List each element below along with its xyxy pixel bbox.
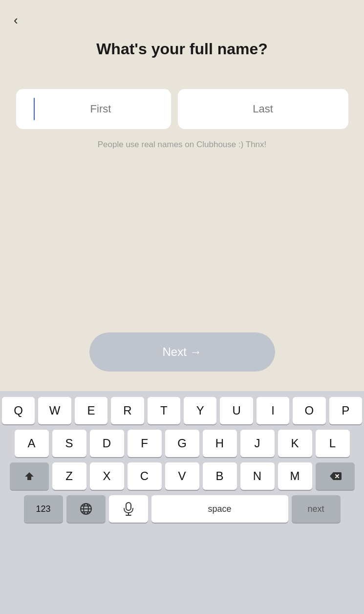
key-x[interactable]: X	[90, 462, 124, 490]
keyboard-next-key[interactable]: next	[292, 495, 341, 523]
key-s[interactable]: S	[52, 430, 86, 457]
key-a[interactable]: A	[15, 430, 49, 457]
cursor-indicator	[34, 98, 35, 120]
key-u[interactable]: U	[220, 397, 253, 424]
first-name-input[interactable]	[16, 89, 171, 129]
key-g[interactable]: G	[165, 430, 199, 457]
key-h[interactable]: H	[203, 430, 237, 457]
key-v[interactable]: V	[165, 462, 199, 490]
globe-icon	[79, 502, 93, 516]
delete-icon	[329, 471, 342, 481]
key-m[interactable]: M	[278, 462, 312, 490]
globe-key[interactable]	[66, 495, 106, 523]
key-y[interactable]: Y	[184, 397, 216, 424]
key-t[interactable]: T	[148, 397, 180, 424]
back-button[interactable]: ‹	[14, 14, 18, 26]
form-area: ‹ What's your full name? People use real…	[0, 0, 364, 391]
next-button[interactable]: Next →	[89, 332, 275, 372]
key-i[interactable]: I	[257, 397, 289, 424]
last-name-input[interactable]	[178, 89, 348, 129]
key-f[interactable]: F	[128, 430, 162, 457]
delete-key[interactable]	[316, 462, 355, 490]
keyboard-row-4: 123 space next	[2, 495, 362, 523]
svg-rect-5	[126, 503, 131, 510]
keyboard-row-3: Z X C V B N M	[2, 462, 362, 490]
key-e[interactable]: E	[75, 397, 107, 424]
keyboard-row-2: A S D F G H J K L	[2, 430, 362, 457]
key-n[interactable]: N	[240, 462, 275, 490]
key-k[interactable]: K	[278, 430, 312, 457]
key-q[interactable]: Q	[2, 397, 35, 424]
keyboard-next-label: next	[307, 504, 324, 514]
first-input-wrapper[interactable]	[16, 89, 171, 129]
key-r[interactable]: R	[111, 397, 144, 424]
mic-icon	[123, 502, 134, 516]
next-button-label: Next →	[162, 345, 201, 359]
shift-icon	[23, 470, 35, 482]
name-inputs	[16, 89, 348, 129]
key-j[interactable]: J	[240, 430, 275, 457]
key-l[interactable]: L	[316, 430, 350, 457]
hint-text: People use real names on Clubhouse :) Th…	[98, 140, 267, 150]
keyboard-row-1: Q W E R T Y U I O P	[2, 397, 362, 424]
space-key-label: space	[208, 504, 231, 514]
key-p[interactable]: P	[329, 397, 362, 424]
space-key[interactable]: space	[151, 495, 288, 523]
key-c[interactable]: C	[128, 462, 162, 490]
mic-key[interactable]	[109, 495, 148, 523]
key-z[interactable]: Z	[52, 462, 86, 490]
key-w[interactable]: W	[38, 397, 71, 424]
shift-key[interactable]	[10, 462, 49, 490]
key-b[interactable]: B	[203, 462, 237, 490]
page-title: What's your full name?	[96, 39, 268, 60]
key-o[interactable]: O	[293, 397, 325, 424]
num-key-label: 123	[36, 504, 50, 514]
num-key[interactable]: 123	[24, 495, 63, 523]
key-d[interactable]: D	[90, 430, 124, 457]
keyboard: Q W E R T Y U I O P A S D F G H J K L Z …	[0, 391, 364, 614]
